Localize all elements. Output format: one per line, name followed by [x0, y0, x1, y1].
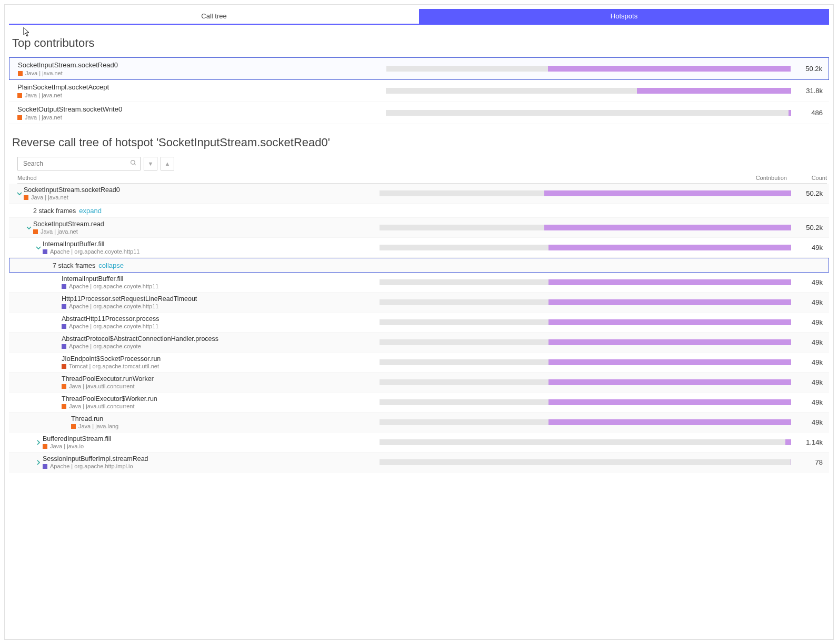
contribution-bar: [386, 110, 791, 116]
tree-count: 49k: [791, 318, 823, 326]
tech-swatch-icon: [62, 364, 66, 369]
tree-method: SessionInputBufferImpl.streamRead: [43, 455, 380, 462]
tree-meta: Apache | org.apache.coyote.http11: [43, 248, 380, 255]
tree-row[interactable]: InternalInputBuffer.fillApache | org.apa…: [9, 238, 829, 258]
tree-count: 49k: [791, 418, 823, 426]
tab-hotspots[interactable]: Hotspots: [419, 9, 829, 25]
tree-row[interactable]: BufferedInputStream.fillJava | java.io1.…: [9, 432, 829, 452]
tree-row[interactable]: Thread.runJava | java.lang49k: [9, 412, 829, 432]
tree-meta: Apache | org.apache.coyote.http11: [62, 323, 380, 329]
tree-tech: Apache | org.apache.coyote: [69, 343, 141, 349]
contribution-bar: [380, 190, 791, 196]
tree-row[interactable]: AbstractProtocol$AbstractConnectionHandl…: [9, 333, 829, 353]
tree-count: 49k: [791, 278, 823, 286]
tree-method: AbstractProtocol$AbstractConnectionHandl…: [62, 335, 380, 343]
tree-row[interactable]: ThreadPoolExecutor.runWorkerJava | java.…: [9, 373, 829, 393]
search-box[interactable]: [17, 157, 141, 170]
tree-method: ThreadPoolExecutor.runWorker: [62, 375, 380, 383]
stack-frames-toggle[interactable]: collapse: [98, 261, 124, 269]
contributor-tech: Java | java.net: [25, 92, 62, 98]
tree-row[interactable]: Http11Processor.setRequestLineReadTimeou…: [9, 293, 829, 313]
search-input[interactable]: [23, 160, 130, 167]
contribution-bar: [380, 419, 791, 425]
tree-meta: Java | java.lang: [71, 423, 380, 429]
tree-row[interactable]: SocketInputStream.readJava | java.net50.…: [9, 218, 829, 238]
contributor-row[interactable]: SocketInputStream.socketRead0Java | java…: [9, 57, 829, 80]
tree-tech: Apache | org.apache.http.impl.io: [50, 463, 133, 469]
contribution-bar: [380, 319, 791, 325]
tree-method: BufferedInputStream.fill: [43, 435, 380, 442]
reverse-tree-heading: Reverse call tree of hotspot 'SocketInpu…: [12, 136, 833, 149]
tree-tech: Apache | org.apache.coyote.http11: [69, 303, 158, 309]
tree-count: 50.2k: [791, 224, 823, 232]
tech-swatch-icon: [62, 344, 66, 349]
chevron-right-icon[interactable]: [34, 458, 43, 467]
tree-row[interactable]: InternalInputBuffer.fillApache | org.apa…: [9, 273, 829, 293]
chevron-down-icon[interactable]: [25, 224, 33, 232]
tree-tech: Java | java.util.concurrent: [69, 383, 135, 389]
contributor-method: PlainSocketImpl.socketAccept: [17, 83, 386, 91]
tree-tech: Apache | org.apache.coyote.http11: [50, 248, 139, 255]
contributor-row[interactable]: PlainSocketImpl.socketAcceptJava | java.…: [9, 80, 829, 102]
contribution-bar: [380, 359, 791, 365]
tree-row[interactable]: SocketInputStream.socketRead0Java | java…: [9, 184, 829, 204]
tech-swatch-icon: [62, 384, 66, 389]
contribution-bar: [380, 225, 791, 230]
tree-meta: Apache | org.apache.http.impl.io: [43, 463, 380, 469]
tree-count: 49k: [791, 244, 823, 251]
contribution-bar: [380, 279, 791, 285]
tree-meta: Java | java.io: [43, 443, 380, 449]
contributor-row[interactable]: SocketOutputStream.socketWrite0Java | ja…: [9, 102, 829, 124]
contributor-method: SocketOutputStream.socketWrite0: [17, 105, 386, 113]
tech-swatch-icon: [62, 304, 66, 309]
tree-method: JIoEndpoint$SocketProcessor.run: [62, 355, 380, 363]
tech-swatch-icon: [18, 71, 23, 76]
column-contribution: Contribution: [391, 175, 795, 181]
stack-frames-label: 2 stack frames: [33, 207, 76, 215]
tree-count: 1.14k: [791, 438, 823, 446]
chevron-right-icon[interactable]: [34, 438, 43, 447]
chevron-down-icon[interactable]: [34, 244, 43, 252]
tree-meta: Java | java.util.concurrent: [62, 383, 380, 389]
tree-meta: Java | java.util.concurrent: [62, 403, 380, 409]
tech-swatch-icon: [43, 464, 47, 469]
tree-meta: Apache | org.apache.coyote.http11: [62, 303, 380, 309]
tree-tech: Tomcat | org.apache.tomcat.util.net: [69, 363, 159, 369]
column-count: Count: [795, 175, 827, 181]
column-method: Method: [17, 175, 391, 181]
tree-row[interactable]: SessionInputBufferImpl.streamReadApache …: [9, 452, 829, 472]
tree-tech: Apache | org.apache.coyote.http11: [69, 323, 158, 329]
tech-swatch-icon: [33, 229, 38, 234]
tree-row[interactable]: ThreadPoolExecutor$Worker.runJava | java…: [9, 393, 829, 412]
tree-count: 78: [791, 458, 823, 466]
tree-row[interactable]: AbstractHttp11Processor.processApache | …: [9, 313, 829, 333]
stack-frames-label: 7 stack frames: [53, 262, 95, 269]
tab-call-tree[interactable]: Call tree: [9, 9, 419, 25]
tree-tech: Java | java.util.concurrent: [69, 403, 135, 409]
tech-swatch-icon: [43, 249, 47, 254]
tree-tech: Java | java.net: [41, 228, 78, 235]
tech-swatch-icon: [62, 324, 66, 329]
tree-tech: Java | java.lang: [78, 423, 118, 429]
tree-row[interactable]: 7 stack framescollapse: [9, 258, 829, 273]
contribution-bar: [380, 399, 791, 405]
contributor-meta: Java | java.net: [18, 70, 386, 76]
contribution-bar: [380, 299, 791, 305]
tree-meta: Apache | org.apache.coyote: [62, 343, 380, 349]
contributor-meta: Java | java.net: [17, 92, 386, 98]
tree-method: AbstractHttp11Processor.process: [62, 315, 380, 323]
tree-row[interactable]: JIoEndpoint$SocketProcessor.runTomcat | …: [9, 353, 829, 373]
contributor-count: 486: [791, 109, 823, 117]
tree-method: Http11Processor.setRequestLineReadTimeou…: [62, 295, 380, 303]
tree-method: InternalInputBuffer.fill: [43, 240, 380, 248]
search-icon: [130, 159, 137, 168]
search-next-button[interactable]: ▼: [144, 157, 157, 170]
tree-row[interactable]: 2 stack framesexpand: [9, 204, 829, 218]
chevron-down-icon[interactable]: [15, 189, 24, 198]
tree-tech: Java | java.net: [31, 194, 68, 200]
search-prev-button[interactable]: ▲: [161, 157, 174, 170]
top-contributors-list: SocketInputStream.socketRead0Java | java…: [9, 57, 829, 124]
tree-count: 49k: [791, 338, 823, 346]
stack-frames-toggle[interactable]: expand: [79, 207, 102, 215]
tech-swatch-icon: [43, 444, 47, 449]
